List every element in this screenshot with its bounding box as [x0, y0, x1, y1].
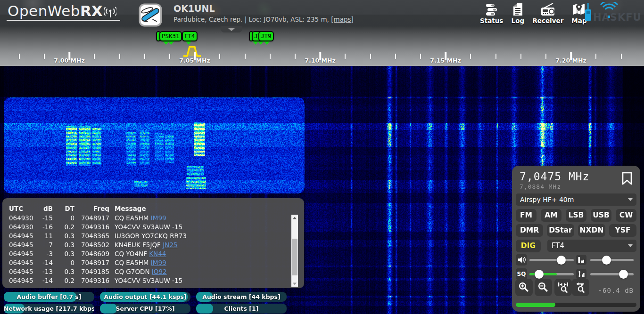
- tick-minor: [270, 54, 271, 59]
- panel-collapse-button[interactable]: [221, 26, 242, 32]
- mode-button-usb[interactable]: USB: [591, 209, 611, 222]
- squelch-label[interactable]: SQ: [516, 268, 527, 280]
- scrollbar-thumb[interactable]: [292, 239, 297, 275]
- mode-row-digital-voice: DMRDStarNXDNYSF: [516, 224, 636, 237]
- mode-button-am[interactable]: AM: [541, 209, 561, 222]
- waterfall-colors-slider-thumb[interactable]: [602, 256, 611, 265]
- decode-row[interactable]: 064945110.37048365IU3GOR YO7CKQ RR73: [2, 232, 304, 241]
- zoom-selection-button[interactable]: [554, 279, 572, 296]
- frequency-scale[interactable]: PSK31FT4JTJT9 7.00 MHz7.05 MHz7.10 MHz7.…: [0, 26, 644, 66]
- tick-minor: [119, 54, 120, 59]
- decode-message-text: KN4EUK F5JQF: [115, 241, 163, 249]
- decode-cell-utc: 064945: [2, 250, 32, 258]
- logo-text-bold: RX: [80, 4, 103, 18]
- waterfall-auto-slider-thumb[interactable]: [619, 270, 628, 279]
- mode-button-ysf[interactable]: YSF: [609, 224, 636, 237]
- decode-row[interactable]: 064945-130.37049185CQ G7ODN IO92: [2, 267, 304, 276]
- squelch-slider-thumb[interactable]: [535, 270, 544, 279]
- decode-cell-utc: 064945: [2, 258, 32, 267]
- decode-cell-freq: 7048502: [74, 241, 109, 250]
- bookmark-ft4[interactable]: FT4: [182, 31, 198, 41]
- scroll-down-icon[interactable]: [291, 281, 298, 287]
- mode-button-dmr[interactable]: DMR: [516, 224, 543, 237]
- tick-minor: [595, 54, 596, 59]
- mode-button-lsb[interactable]: LSB: [566, 209, 586, 222]
- decode-cell-db: -15: [32, 214, 53, 223]
- sdr-profile-value: Airspy HF+ 40m: [520, 196, 574, 203]
- volume-slider[interactable]: [529, 259, 574, 261]
- volume-slider-thumb[interactable]: [557, 256, 566, 265]
- chevron-down-icon: [628, 244, 633, 247]
- decodes-col-header: Message: [109, 204, 304, 213]
- status-cell-label: Audio buffer [0.7 s]: [4, 292, 94, 302]
- receiver-description: Pardubice, Czech rep. | Loc: JO70vb, ASL…: [173, 16, 354, 23]
- waterfall-auto-button[interactable]: [576, 269, 586, 279]
- scroll-up-icon[interactable]: [291, 215, 298, 221]
- mute-button[interactable]: [516, 254, 527, 266]
- digital-mode-select[interactable]: FT4: [547, 240, 636, 252]
- signal-level-readout: -60.4 dB: [598, 287, 634, 294]
- nav-item-status[interactable]: Status: [480, 2, 503, 24]
- decode-cell-utc: 064945: [2, 276, 32, 285]
- decodes-body: 064930-1507048917CQ EA5HM IM99064930-160…: [2, 214, 304, 285]
- status-cell-5: Server CPU [17%]: [100, 304, 190, 314]
- maps-link[interactable]: [maps]: [331, 16, 354, 23]
- mode-button-nxdn[interactable]: NXDN: [578, 224, 605, 237]
- sdr-profile-select[interactable]: Airspy HF+ 40m: [516, 193, 636, 206]
- locator-link[interactable]: IM99: [151, 214, 166, 222]
- status-cell-4: Network usage [217.7 kbps]: [4, 304, 94, 314]
- tick-label: 7.05 MHz: [179, 57, 210, 64]
- tuning-marker[interactable]: [183, 45, 202, 58]
- zoom-reset-button[interactable]: [572, 279, 589, 296]
- decode-cell-db: 11: [32, 232, 53, 241]
- chevron-down-icon: [628, 198, 633, 201]
- decodes-col-header: Freq: [74, 204, 109, 213]
- locator-link[interactable]: IO92: [152, 268, 167, 275]
- nav-item-log[interactable]: Log: [511, 2, 524, 24]
- haskfu-logo: HASKFU: [583, 2, 641, 26]
- locator-link[interactable]: KN44: [149, 250, 166, 258]
- decode-cell-freq: 7049316: [74, 223, 109, 232]
- tick-minor: [370, 54, 371, 59]
- tick-label: 7.10 MHz: [305, 57, 335, 64]
- decode-cell-dt: 0: [53, 214, 74, 223]
- receiver-location-text: Pardubice, Czech rep. | Loc: JO70vb, ASL…: [173, 16, 329, 23]
- decode-cell-db: -16: [32, 223, 53, 232]
- status-icon: [485, 2, 499, 16]
- zoom-in-button[interactable]: [515, 279, 533, 296]
- bookmark-pointer-icon: [264, 41, 270, 45]
- decodes-scrollbar[interactable]: [291, 215, 298, 287]
- decode-row[interactable]: 064945-1407048917CQ EA5HM IM99: [2, 258, 304, 267]
- status-cell-1: Audio buffer [0.7 s]: [4, 292, 94, 302]
- tuned-frequency[interactable]: 7,0475 MHz: [520, 170, 589, 183]
- locator-link[interactable]: JN25: [163, 241, 177, 249]
- decode-row[interactable]: 064930-160.27049316YO4CVV SV3AUW -15: [2, 223, 304, 232]
- tick-minor: [395, 54, 396, 59]
- decode-row[interactable]: 064930-1507048917CQ EA5HM IM99: [2, 214, 304, 223]
- zoom-out-button[interactable]: [535, 279, 552, 296]
- mode-button-cw[interactable]: CW: [616, 209, 636, 222]
- speaker-icon: [518, 256, 526, 264]
- nav-item-receiver[interactable]: Receiver: [532, 2, 563, 24]
- decodes-header: UTCdBDTFreqMessage: [2, 198, 304, 213]
- smeter-bar: [516, 303, 636, 307]
- nav-label: Receiver: [532, 17, 563, 24]
- mode-button-fm[interactable]: FM: [516, 209, 537, 222]
- decode-row[interactable]: 06494570.37048502KN4EUK F5JQF JN25: [2, 241, 304, 250]
- decode-row[interactable]: 064945-140.27049316YO4CVV SV3AUW -15: [2, 276, 304, 285]
- tick-minor: [44, 54, 45, 59]
- decode-cell-dt: 0.3: [53, 241, 74, 250]
- tick-label: 7.15 MHz: [430, 57, 461, 64]
- decode-row[interactable]: 064945-30.37048609CQ YO4NF KN44: [2, 250, 304, 258]
- waterfall-colors-button[interactable]: [576, 255, 586, 265]
- bookmark-icon[interactable]: [621, 171, 633, 187]
- mode-button-dig[interactable]: DIG: [516, 240, 541, 252]
- waterfall-colors-slider[interactable]: [590, 259, 634, 261]
- mode-button-dstar[interactable]: DStar: [547, 224, 574, 237]
- svg-text:HASKFU: HASKFU: [593, 12, 641, 23]
- locator-link[interactable]: IM99: [151, 259, 166, 266]
- bookmark-jt9[interactable]: JT9: [258, 31, 274, 41]
- decodes-col-header: dB: [32, 204, 53, 213]
- bookmark-psk31[interactable]: PSK31: [159, 31, 182, 41]
- decode-cell-db: -3: [32, 250, 53, 258]
